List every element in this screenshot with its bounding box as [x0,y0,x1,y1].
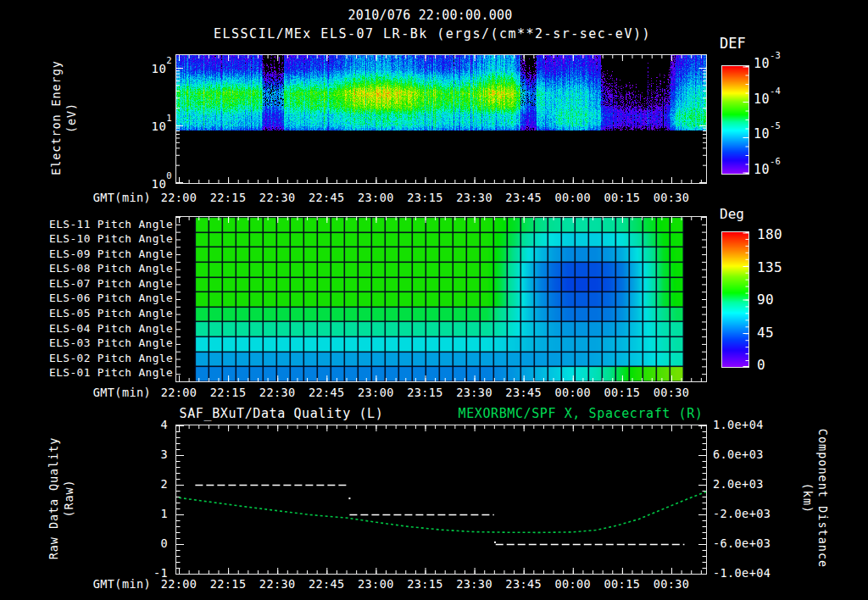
gmt-axis-label: GMT(min) [83,386,151,399]
time-tick-label: 00:00 [550,577,596,591]
page-title: 2010/076 22:00:00.000 [0,8,860,23]
def-tick-label: 10-6 [754,160,781,177]
distance-tick-label: -6.0e+03 [713,536,771,550]
distance-tick-label: 1.0e+04 [713,418,764,431]
time-tick-label: 00:30 [648,191,694,204]
power-base: 10 [152,62,167,75]
pitch-row-label: ELS-03 Pitch Angle [20,336,173,349]
power-exponent: -4 [770,86,781,96]
raw-tick-label: -1 [117,566,168,580]
time-tick-label: 23:45 [501,577,547,591]
distance-tick-label: 6.0e+03 [713,447,764,461]
raw-tick-label: 1 [117,507,168,520]
pitch-row-label: ELS-04 Pitch Angle [20,322,173,335]
pitch-row-label: ELS-09 Pitch Angle [20,247,173,260]
def-tick-label: 10-4 [754,90,781,107]
time-tick-label: 23:00 [353,386,398,399]
time-tick-label: 00:15 [599,577,645,591]
deg-colorbar-title: Deg [720,206,744,222]
els-summary-plot-page: { "header": { "title": "2010/076 22:00:0… [0,0,868,600]
time-tick-label: 23:15 [403,577,448,591]
pitch-row-label: ELS-02 Pitch Angle [20,352,173,364]
deg-tick-label: 135 [757,259,782,275]
time-tick-label: 22:15 [205,386,251,399]
time-tick-label: 22:30 [254,386,300,399]
raw-quality-axis-label: Raw Data Quality (Raw) [46,371,76,600]
time-tick-label: 23:15 [403,191,448,204]
deg-tick-label: 180 [757,226,782,242]
time-tick-label: 22:15 [205,191,251,204]
time-tick-label: 00:30 [648,386,694,399]
deg-colorbar [721,231,749,368]
gmt-axis-label: GMT(min) [83,191,151,204]
time-tick-label: 00:00 [550,386,596,399]
raw-tick-label: 3 [117,447,168,461]
time-tick-label: 00:15 [599,386,645,399]
time-tick-label: 22:45 [303,386,349,399]
time-tick-label: 23:30 [452,577,498,591]
pitch-row-label: ELS-10 Pitch Angle [20,232,173,245]
pitch-row-label: ELS-05 Pitch Angle [20,307,173,319]
raw-tick-label: 2 [117,477,168,491]
power-base: 10 [152,119,167,133]
component-distance-axis-label-line2: (km) [800,371,815,600]
def-colorbar [721,65,749,175]
spectrogram-panel [175,54,707,184]
def-tick-label: 10-3 [754,54,781,71]
time-tick-label: 22:00 [156,191,202,204]
deg-tick-label: 90 [757,292,774,308]
time-tick-label: 23:30 [452,386,498,399]
power-base: 10 [152,177,167,191]
time-tick-label: 22:45 [303,191,349,204]
raw-quality-axis-label-line1: Raw Data Quality [46,371,61,600]
raw-tick-label: 4 [117,418,168,431]
power-exponent: 2 [166,55,172,65]
pitch-row-label: ELS-06 Pitch Angle [20,292,173,304]
time-tick-label: 22:30 [254,577,300,591]
power-exponent: -6 [770,156,781,166]
quality-distance-panel [175,425,707,575]
time-tick-label: 00:00 [550,191,596,204]
distance-tick-label: 2.0e+03 [713,477,764,491]
time-tick-label: 23:15 [403,386,448,399]
power-exponent: 1 [166,113,172,123]
energy-tick-label: 100 [121,175,172,191]
deg-tick-label: 0 [757,357,765,373]
power-base: 10 [754,92,770,107]
time-tick-label: 23:45 [501,386,547,399]
distance-plot-title: MEXORBMC/SPF X, Spacecraft (R) [458,406,704,421]
time-tick-label: 00:15 [599,191,645,204]
time-tick-label: 23:00 [353,577,398,591]
energy-tick-label: 102 [121,59,172,75]
distance-tick-label: -1.0e+04 [713,566,771,580]
distance-tick-label: -2.0e+03 [713,507,771,520]
power-exponent: 0 [166,170,172,181]
time-tick-label: 00:30 [648,577,694,591]
component-distance-axis-label: Component Distance (km) [800,371,831,600]
pitch-row-label: ELS-07 Pitch Angle [20,277,173,290]
energy-axis-label-line1: Electron Energy [48,0,64,245]
time-tick-label: 22:45 [303,577,349,591]
time-tick-label: 22:15 [205,577,251,591]
quality-distance-canvas [176,425,706,574]
pitch-row-label: ELS-11 Pitch Angle [20,218,173,231]
pitch-row-label: ELS-01 Pitch Angle [20,366,173,379]
spectrogram-canvas [176,55,706,183]
raw-quality-axis-label-line2: (Raw) [61,371,76,600]
deg-colorbar-canvas [722,232,748,367]
def-colorbar-title: DEF [720,35,746,52]
power-base: 10 [754,162,770,177]
quality-plot-title: SAF_BXuT/Data Quality (L) [175,406,387,421]
def-colorbar-canvas [722,66,748,174]
component-distance-axis-label-line1: Component Distance [815,371,831,600]
def-tick-label: 10-5 [754,125,781,142]
energy-axis-label: Electron Energy (eV) [48,0,79,245]
energy-tick-label: 101 [121,117,172,133]
pitch-row-label: ELS-08 Pitch Angle [20,262,173,275]
raw-tick-label: 0 [117,536,168,550]
pitch-angle-panel [175,216,707,382]
energy-axis-label-line2: (eV) [64,0,79,245]
power-base: 10 [754,56,770,71]
time-tick-label: 22:30 [254,191,300,204]
power-exponent: -3 [770,50,781,60]
